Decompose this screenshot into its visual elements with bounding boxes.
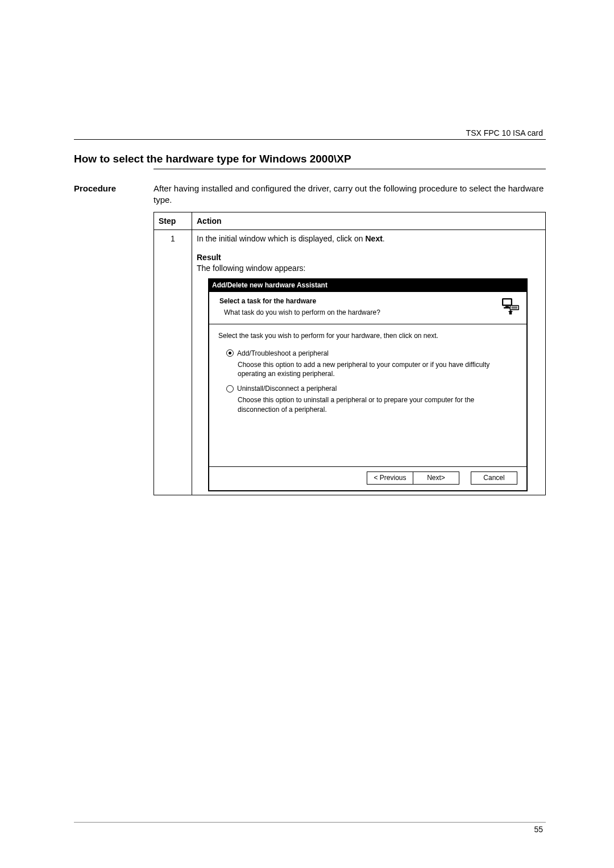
col-header-step: Step bbox=[154, 212, 192, 230]
page-number: 55 bbox=[534, 824, 543, 835]
radio-label: Add/Troubleshoot a peripheral bbox=[237, 349, 329, 358]
previous-button[interactable]: < Previous bbox=[367, 471, 413, 484]
action-text-post: . bbox=[383, 234, 385, 243]
radio-desc: Choose this option to add a new peripher… bbox=[238, 360, 517, 378]
procedure-table: Step Action 1 In the initial window whic… bbox=[154, 212, 546, 495]
procedure-side-label: Procedure bbox=[74, 183, 154, 194]
radio-option-add[interactable]: Add/Troubleshoot a peripheral bbox=[226, 349, 517, 358]
result-label: Result bbox=[197, 252, 541, 263]
radio-option-uninstall[interactable]: Uninstall/Disconnect a peripheral bbox=[226, 384, 517, 393]
wizard-instruction: Select the task you wish to perform for … bbox=[218, 331, 517, 340]
wizard-header-title: Select a task for the hardware bbox=[219, 297, 380, 306]
action-instruction: In the initial window which is displayed… bbox=[197, 233, 541, 244]
content-area: Procedure After having installed and con… bbox=[74, 183, 546, 495]
action-text-bold: Next bbox=[365, 234, 382, 243]
col-header-action: Action bbox=[192, 212, 546, 230]
table-header-row: Step Action bbox=[154, 212, 546, 230]
section-title: How to select the hardware type for Wind… bbox=[74, 152, 546, 166]
step-number: 1 bbox=[154, 230, 192, 495]
radio-icon[interactable] bbox=[226, 385, 234, 393]
action-text-pre: In the initial window which is displayed… bbox=[197, 234, 365, 243]
radio-icon[interactable] bbox=[226, 349, 234, 357]
wizard-inner: Select a task for the hardware What task… bbox=[209, 291, 527, 490]
table-row: 1 In the initial window which is display… bbox=[154, 230, 546, 495]
result-desc: The following window appears: bbox=[197, 263, 541, 274]
svg-rect-3 bbox=[504, 307, 511, 308]
svg-rect-2 bbox=[505, 306, 509, 307]
wizard-button-row: < Previous Next> Cancel bbox=[209, 467, 526, 490]
wizard-body: Select the task you wish to perform for … bbox=[209, 324, 526, 467]
wizard-window: Add/Delete new hardware Assistant Select… bbox=[208, 278, 528, 491]
wizard-header: Select a task for the hardware What task… bbox=[209, 292, 526, 324]
procedure-intro: After having installed and configured th… bbox=[154, 183, 546, 206]
next-button[interactable]: Next> bbox=[413, 471, 459, 484]
action-cell: In the initial window which is displayed… bbox=[192, 230, 546, 495]
doc-header-label: TSX FPC 10 ISA card bbox=[466, 128, 543, 139]
footer-divider bbox=[74, 822, 546, 823]
wizard-titlebar: Add/Delete new hardware Assistant bbox=[209, 279, 527, 291]
radio-label: Uninstall/Disconnect a peripheral bbox=[237, 384, 337, 393]
wizard-header-subtitle: What task do you wish to perform on the … bbox=[224, 308, 380, 317]
document-page: TSX FPC 10 ISA card How to select the ha… bbox=[0, 0, 614, 868]
header-divider bbox=[74, 139, 546, 140]
section-underline bbox=[154, 169, 546, 169]
svg-rect-1 bbox=[503, 300, 511, 305]
cancel-button[interactable]: Cancel bbox=[471, 471, 517, 484]
radio-desc: Choose this option to uninstall a periph… bbox=[238, 395, 517, 414]
hardware-icon bbox=[500, 297, 521, 319]
